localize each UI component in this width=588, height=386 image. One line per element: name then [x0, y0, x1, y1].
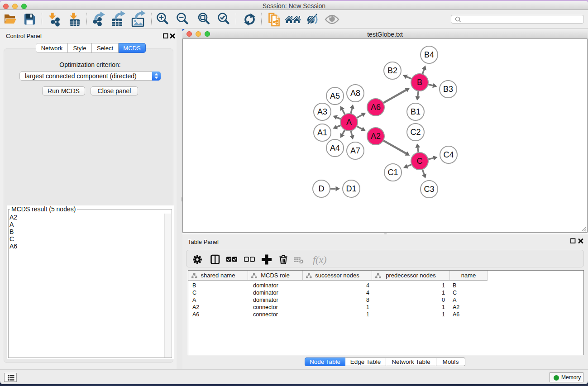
svg-text:C3: C3: [424, 185, 434, 194]
svg-text:A7: A7: [350, 146, 360, 155]
svg-text:f(x): f(x): [313, 254, 327, 265]
svg-text:A2: A2: [371, 132, 381, 141]
svg-text:B3: B3: [443, 85, 453, 94]
svg-text:A3: A3: [317, 107, 327, 116]
svg-text:D1: D1: [346, 184, 356, 193]
svg-text:A6: A6: [371, 103, 381, 112]
svg-text:C4: C4: [443, 150, 454, 159]
svg-text:B: B: [417, 78, 422, 87]
svg-text:A4: A4: [330, 143, 340, 152]
svg-text:B1: B1: [411, 107, 421, 116]
svg-text:A1: A1: [317, 128, 327, 137]
svg-text:A5: A5: [330, 91, 340, 100]
svg-text:D: D: [319, 184, 325, 193]
svg-text:A8: A8: [350, 89, 360, 98]
svg-text:C: C: [417, 157, 423, 166]
svg-text:C1: C1: [387, 168, 398, 177]
svg-text:B2: B2: [387, 66, 397, 75]
svg-text:B4: B4: [424, 50, 434, 59]
svg-text:C2: C2: [410, 128, 421, 137]
svg-text:A: A: [346, 118, 352, 127]
